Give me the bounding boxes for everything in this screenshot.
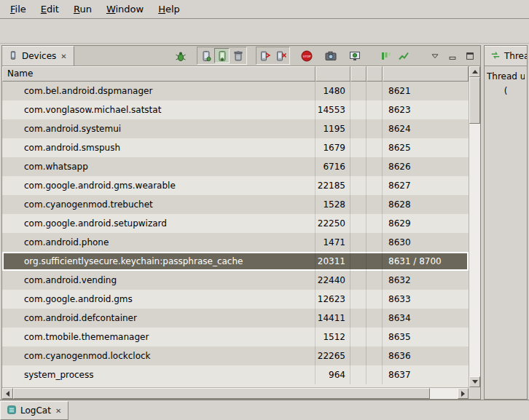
- cause-gc-icon[interactable]: [230, 48, 246, 63]
- process-name: com.whatsapp: [2, 157, 316, 176]
- process-name: org.sufficientlysecure.keychain:passphra…: [2, 252, 316, 271]
- process-port: 8625: [383, 138, 469, 157]
- process-pid: 1528: [316, 195, 350, 214]
- column-header-name[interactable]: Name: [2, 66, 316, 82]
- process-pid: 12623: [316, 290, 350, 309]
- table-row[interactable]: com.tmobile.thememanager15128635: [2, 328, 469, 346]
- table-row[interactable]: com.android.phone14718630: [2, 233, 469, 252]
- spacer-cell: [367, 309, 383, 328]
- maximize-icon[interactable]: [462, 48, 477, 63]
- spacer-cell: [350, 119, 367, 138]
- horizontal-scrollbar[interactable]: [2, 387, 469, 399]
- device-icon: [8, 50, 18, 63]
- tab-threads[interactable]: Threads ✕: [485, 46, 528, 66]
- spacer-cell: [350, 82, 367, 100]
- tab-devices-label: Devices: [22, 51, 56, 61]
- table-row[interactable]: com.android.smspush16798625: [2, 138, 469, 157]
- devices-table: Name com.bel.android.dspmanager14808621c…: [2, 66, 480, 399]
- column-header-spacer[interactable]: [350, 66, 367, 82]
- threads-icon: [490, 50, 501, 63]
- threads-view: Threads ✕ Thread up (: [484, 45, 528, 400]
- process-name: com.android.defcontainer: [2, 309, 316, 328]
- systrace-icon[interactable]: [378, 48, 393, 63]
- scroll-up-icon[interactable]: [469, 66, 480, 77]
- devices-table-main: Name com.bel.android.dspmanager14808621c…: [2, 66, 469, 387]
- screen-capture-icon[interactable]: [323, 48, 338, 63]
- process-port: 8626: [383, 157, 469, 176]
- spacer-cell: [367, 252, 383, 271]
- spacer-cell: [350, 365, 367, 384]
- process-port: 8627: [383, 176, 469, 195]
- process-pid: 1471: [316, 233, 350, 252]
- table-row[interactable]: com.google.android.setupwizard222508629: [2, 214, 469, 233]
- menu-help[interactable]: Help: [152, 1, 187, 17]
- view-menu-icon[interactable]: [427, 48, 442, 63]
- process-pid: 22250: [316, 214, 350, 233]
- table-row[interactable]: com.bel.android.dspmanager14808621: [2, 82, 469, 100]
- menu-edit[interactable]: Edit: [34, 1, 66, 17]
- opengl-trace-icon[interactable]: [396, 48, 411, 63]
- horizontal-scrollbar-thumb[interactable]: [13, 388, 430, 399]
- vertical-scrollbar-thumb[interactable]: [469, 77, 480, 124]
- vertical-scrollbar[interactable]: [469, 66, 480, 387]
- process-pid: 22185: [316, 176, 350, 195]
- spacer-cell: [350, 252, 367, 271]
- menu-file[interactable]: File: [4, 1, 33, 17]
- tab-logcat-label: LogCat: [20, 405, 51, 416]
- menu-run[interactable]: Run: [67, 1, 98, 17]
- table-row[interactable]: com.vonglasow.michael.satstat145538623: [2, 100, 469, 119]
- tab-logcat[interactable]: LogCat ✕: [0, 401, 68, 420]
- process-port: 8633: [383, 290, 469, 309]
- spacer-cell: [367, 100, 383, 119]
- process-pid: 20311: [316, 252, 350, 271]
- screen-record-icon[interactable]: [347, 48, 362, 63]
- update-heap-icon[interactable]: [198, 48, 213, 63]
- table-row[interactable]: com.cyanogenmod.trebuchet15288628: [2, 195, 469, 214]
- process-port: 8632: [383, 271, 469, 290]
- column-header-pid[interactable]: [316, 66, 350, 82]
- process-port: 8624: [383, 119, 469, 138]
- process-pid: 1512: [316, 328, 350, 346]
- minimize-icon[interactable]: [444, 48, 460, 63]
- scroll-down-icon[interactable]: [469, 376, 480, 387]
- tab-devices[interactable]: Devices ✕: [2, 46, 74, 66]
- scroll-left-icon[interactable]: [2, 388, 13, 399]
- process-port: 8623: [383, 100, 469, 119]
- horizontal-scrollbar-track[interactable]: [430, 388, 458, 399]
- main-area: Devices ✕: [0, 44, 529, 400]
- table-row[interactable]: com.google.android.gms.wearable221858627: [2, 176, 469, 195]
- process-name: com.tmobile.thememanager: [2, 328, 316, 346]
- table-row[interactable]: system_process9648637: [2, 365, 469, 384]
- table-row[interactable]: org.sufficientlysecure.keychain:passphra…: [2, 252, 469, 271]
- dump-hprof-icon[interactable]: [214, 48, 230, 63]
- table-row[interactable]: com.cyanogenmod.lockclock222658636: [2, 346, 469, 365]
- column-header-port[interactable]: [383, 66, 469, 82]
- spacer-cell: [350, 271, 367, 290]
- close-icon[interactable]: ✕: [60, 52, 67, 60]
- stop-process-icon[interactable]: STOP: [299, 48, 314, 63]
- table-row[interactable]: com.android.defcontainer144118634: [2, 309, 469, 328]
- spacer-cell: [367, 176, 383, 195]
- table-row[interactable]: com.android.vending224408632: [2, 271, 469, 290]
- process-pid: 1480: [316, 82, 350, 100]
- menu-bar: FileEditRunWindowHelp: [0, 0, 529, 19]
- close-icon[interactable]: ✕: [55, 407, 62, 415]
- spacer-cell: [367, 214, 383, 233]
- scrollbar-corner: [469, 387, 480, 399]
- table-row[interactable]: com.whatsapp67168626: [2, 157, 469, 176]
- menu-window[interactable]: Window: [100, 1, 150, 17]
- svg-text:STOP: STOP: [302, 55, 311, 58]
- start-method-profiling-icon[interactable]: [273, 48, 289, 63]
- table-row[interactable]: com.google.android.gms126238633: [2, 290, 469, 309]
- process-port: 8634: [383, 309, 469, 328]
- process-port: 8621: [383, 82, 469, 100]
- scroll-right-icon[interactable]: [458, 388, 469, 399]
- spacer-cell: [367, 346, 383, 365]
- table-row[interactable]: com.android.systemui11958624: [2, 119, 469, 138]
- debug-icon[interactable]: [173, 48, 188, 63]
- column-header-spacer[interactable]: [367, 66, 383, 82]
- process-port: 8630: [383, 233, 469, 252]
- update-threads-icon[interactable]: [257, 48, 273, 63]
- vertical-scrollbar-track[interactable]: [469, 124, 480, 376]
- spacer-cell: [367, 82, 383, 100]
